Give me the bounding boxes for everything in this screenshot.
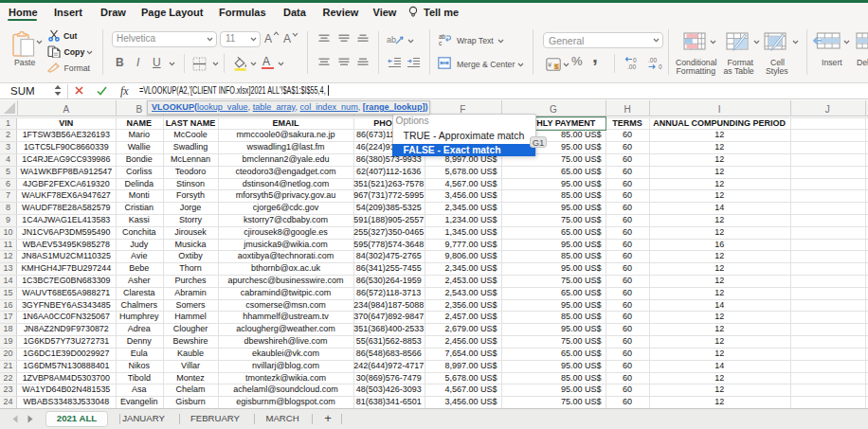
svg-text:c: c: [439, 40, 443, 46]
svg-text:¥: ¥: [548, 60, 552, 68]
svg-text:0: 0: [659, 63, 662, 70]
svg-text:.00: .00: [648, 57, 657, 63]
svg-text:.00: .00: [627, 63, 636, 70]
svg-text:0: 0: [633, 57, 637, 63]
svg-text:ab: ab: [387, 35, 396, 45]
